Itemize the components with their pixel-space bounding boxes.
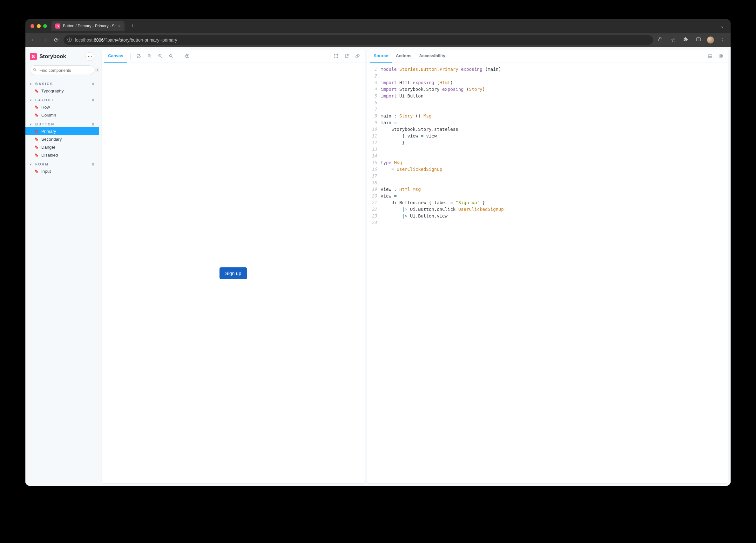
site-info-icon[interactable]: ⓘ xyxy=(67,37,72,43)
addons-tabs: SourceActionsAccessibility xyxy=(367,50,728,63)
profile-avatar[interactable] xyxy=(707,37,714,44)
sidebar-item-typography[interactable]: 🔖Typography xyxy=(25,87,99,95)
reload-button[interactable]: ⟳ xyxy=(52,37,60,44)
zoom-in-icon[interactable] xyxy=(145,51,154,61)
code-line: 14 xyxy=(367,153,728,160)
tab-source[interactable]: Source xyxy=(370,50,392,63)
fullscreen-icon[interactable] xyxy=(331,51,341,61)
sort-icon[interactable]: ⇅ xyxy=(92,82,94,86)
url-text: localhost:6006/?path=/story/button-prima… xyxy=(75,37,177,43)
line-number: 24 xyxy=(367,220,381,226)
open-new-tab-icon[interactable] xyxy=(342,51,351,61)
sidebar-group-header[interactable]: ▾ FORM⇅ xyxy=(25,159,99,167)
sidebar-item-label: Column xyxy=(41,113,56,118)
sidebar-item-secondary[interactable]: 🔖Secondary xyxy=(25,135,99,143)
sort-icon[interactable]: ⇅ xyxy=(92,123,94,126)
code-line: 13 xyxy=(367,146,728,153)
line-number: 6 xyxy=(367,99,381,106)
sidebar-item-label: Typography xyxy=(41,89,64,93)
sidebar-item-row[interactable]: 🔖Row xyxy=(25,103,99,111)
group-name: BASICS xyxy=(35,82,53,86)
line-number: 10 xyxy=(367,126,381,133)
tab-accessibility[interactable]: Accessibility xyxy=(415,50,449,63)
code-text: { view = view xyxy=(381,133,437,139)
source-code: 1module Stories.Button.Primary exposing … xyxy=(367,63,728,483)
sidebar-item-input[interactable]: 🔖Input xyxy=(25,167,99,175)
svg-line-4 xyxy=(35,70,36,71)
forward-button[interactable]: → xyxy=(41,37,49,43)
sort-icon[interactable]: ⇅ xyxy=(92,98,94,102)
line-number: 3 xyxy=(367,79,381,86)
copy-link-icon[interactable] xyxy=(353,51,362,61)
search-field[interactable] xyxy=(39,68,93,73)
code-text: module Stories.Button.Primary exposing (… xyxy=(381,66,501,73)
line-number: 1 xyxy=(367,66,381,73)
svg-rect-1 xyxy=(697,37,700,41)
bookmark-icon: 🔖 xyxy=(34,137,39,141)
sidebar-item-label: Danger xyxy=(41,145,55,150)
toolbar: ← → ⟳ ⓘ localhost:6006/?path=/story/butt… xyxy=(25,33,731,47)
line-number: 17 xyxy=(367,173,381,180)
code-line: 20view = xyxy=(367,193,728,200)
line-number: 4 xyxy=(367,86,381,93)
zoom-out-icon[interactable] xyxy=(155,51,165,61)
code-text xyxy=(381,173,383,180)
address-bar[interactable]: ⓘ localhost:6006/?path=/story/button-pri… xyxy=(64,35,653,45)
line-number: 18 xyxy=(367,180,381,186)
remount-icon[interactable] xyxy=(134,51,143,61)
code-text: view : Html Msg xyxy=(381,186,421,193)
back-button[interactable]: ← xyxy=(29,37,37,43)
search-input[interactable]: / xyxy=(30,65,94,75)
code-text xyxy=(381,180,383,186)
svg-point-15 xyxy=(187,55,187,55)
sidebar-item-danger[interactable]: 🔖Danger xyxy=(25,143,99,151)
code-text: = UserClickedSignUp xyxy=(381,166,442,173)
window-close[interactable] xyxy=(30,24,34,28)
code-text: |> Ui.Button.onClick UserClickedSignUp xyxy=(381,206,504,213)
tab-actions[interactable]: Actions xyxy=(392,50,415,63)
bookmark-icon: 🔖 xyxy=(34,169,39,173)
line-number: 19 xyxy=(367,186,381,193)
code-line: 23 |> Ui.Button.view xyxy=(367,213,728,220)
window-zoom[interactable] xyxy=(43,24,47,28)
sort-icon[interactable]: ⇅ xyxy=(92,163,94,166)
new-tab-button[interactable]: + xyxy=(128,23,137,30)
tab-canvas[interactable]: Canvas xyxy=(104,50,127,63)
bookmark-star-icon[interactable]: ☆ xyxy=(669,37,677,44)
brand[interactable]: S Storybook xyxy=(30,53,66,60)
sidebar-item-column[interactable]: 🔖Column xyxy=(25,111,99,119)
tabs-menu-icon[interactable]: ⌄ xyxy=(720,24,724,29)
sidebar-menu-button[interactable]: ⋯ xyxy=(85,52,94,61)
browser-tab[interactable]: S Button / Primary - Primary · St × xyxy=(51,21,125,31)
browser-window: S Button / Primary - Primary · St × + ⌄ … xyxy=(25,19,731,486)
code-text xyxy=(381,73,383,79)
code-text xyxy=(381,99,383,106)
window-controls xyxy=(30,24,47,28)
panel-position-icon[interactable] xyxy=(705,51,715,61)
sidebar-item-primary[interactable]: 🔖Primary xyxy=(25,127,99,135)
accessibility-icon[interactable] xyxy=(182,51,192,61)
side-panel-icon[interactable] xyxy=(694,37,703,44)
sidebar-group-header[interactable]: ▾ LAYOUT⇅ xyxy=(25,95,99,103)
window-minimize[interactable] xyxy=(37,24,41,28)
close-tab-icon[interactable]: × xyxy=(118,24,121,29)
storybook-app: S Storybook ⋯ / ▾ BASICS⇅🔖Typography▾ LA… xyxy=(25,47,731,486)
share-icon[interactable] xyxy=(656,37,665,44)
line-number: 23 xyxy=(367,213,381,220)
extensions-icon[interactable] xyxy=(682,37,690,44)
code-text: Ui.Button.new { label = "Sign up" } xyxy=(381,200,485,206)
line-number: 9 xyxy=(367,119,381,126)
code-line: 5import Ui.Button xyxy=(367,93,728,99)
sidebar-group-header[interactable]: ▾ BASICS⇅ xyxy=(25,79,99,87)
addons-panel: SourceActionsAccessibility 1module Stori… xyxy=(367,50,728,483)
kebab-menu-icon[interactable]: ⋮ xyxy=(719,37,727,44)
signup-button[interactable]: Sign up xyxy=(219,268,247,279)
close-panel-icon[interactable] xyxy=(716,51,726,61)
sidebar-item-disabled[interactable]: 🔖Disabled xyxy=(25,151,99,159)
canvas-body: Sign up xyxy=(102,63,365,483)
zoom-reset-icon[interactable] xyxy=(166,51,176,61)
code-text: import Html exposing (Html) xyxy=(381,79,453,86)
sidebar: S Storybook ⋯ / ▾ BASICS⇅🔖Typography▾ LA… xyxy=(25,47,99,486)
sidebar-group-header[interactable]: ▾ BUTTON⇅ xyxy=(25,119,99,127)
tab-strip: S Button / Primary - Primary · St × + ⌄ xyxy=(25,19,731,33)
